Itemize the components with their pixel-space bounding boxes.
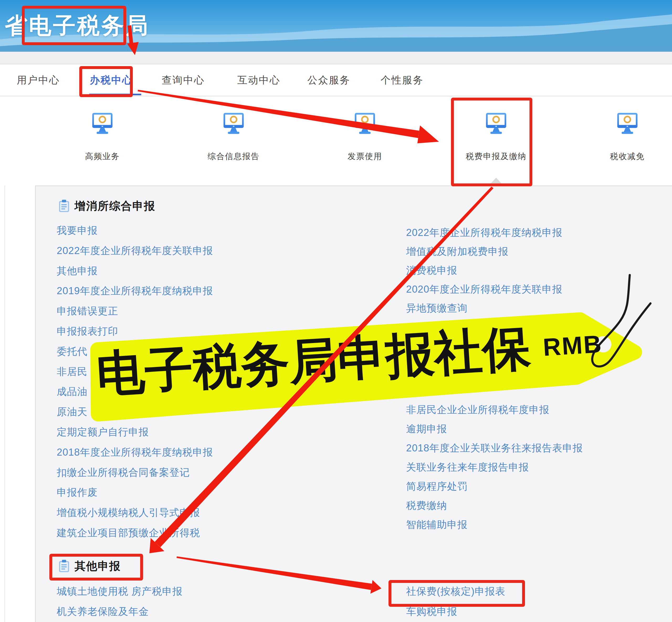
service-link[interactable]: 扣缴企业所得税合同备案登记 — [57, 462, 213, 483]
category-label: 综合信息报告 — [208, 151, 260, 162]
category-3[interactable]: 发票使用 — [323, 111, 407, 162]
service-link[interactable]: 消费税申报 — [406, 261, 563, 280]
service-link[interactable]: 非居民 — [57, 361, 213, 382]
service-link[interactable]: 2018年度企业关联业务往来报告表申报 — [406, 439, 583, 458]
service-link[interactable]: 智能辅助申报 — [406, 515, 583, 534]
monitor-icon — [614, 111, 641, 138]
monitor-icon — [89, 111, 116, 138]
service-link[interactable]: 2022年度企业所得税年度纳税申报 — [406, 223, 563, 242]
monitor-icon — [351, 111, 378, 138]
section-title: 其他申报 — [74, 559, 121, 574]
service-link[interactable]: 申报错误更正 — [57, 301, 213, 321]
logo-region-prefix: 省 — [5, 13, 29, 38]
service-link[interactable]: 非居民企业企业所得税年度申报 — [406, 400, 583, 419]
service-link[interactable]: 定期定额户自行申报 — [57, 422, 213, 442]
nav-tab-1[interactable]: 用户中心 — [17, 64, 60, 96]
logo-title: 电子税务局 — [29, 13, 149, 38]
section1-right-links-bottom: 非居民企业企业所得税年度申报逾期申报2018年度企业关联业务往来报告表申报关联业… — [406, 400, 583, 534]
service-link[interactable]: 委托代 — [57, 341, 213, 361]
service-link[interactable]: 申报作废 — [57, 482, 213, 503]
category-label: 税收减免 — [610, 151, 645, 162]
category-label: 高频业务 — [85, 151, 120, 162]
main-nav: 用户中心办税中心查询中心互动中心公众服务个性服务 — [0, 64, 672, 96]
nav-tab-3[interactable]: 查询中心 — [162, 64, 205, 96]
service-link[interactable]: 车购税申报 — [406, 601, 505, 622]
category-label: 税费申报及缴纳 — [466, 151, 527, 162]
service-link[interactable]: 成品油 — [57, 382, 213, 402]
section-title: 增消所综合申报 — [74, 199, 156, 213]
active-tab-underline — [89, 94, 141, 95]
service-link[interactable]: 机关养老保险及年金 — [57, 601, 183, 622]
section-header-zengxiaosuo: 增消所综合申报 — [59, 199, 156, 213]
service-link[interactable]: 2022年度企业所得税年度关联申报 — [57, 241, 213, 261]
category-4[interactable]: 税费申报及缴纳 — [454, 111, 538, 162]
nav-tab-2[interactable]: 办税中心 — [90, 64, 133, 96]
section2-right-links: 社保费(按核定)申报表车购税申报 — [406, 581, 505, 622]
section2-left-links: 城镇土地使用税 房产税申报机关养老保险及年金 — [57, 581, 183, 622]
nav-tab-6[interactable]: 个性服务 — [381, 64, 424, 96]
service-link[interactable]: 逾期申报 — [406, 419, 583, 439]
category-label: 发票使用 — [347, 151, 382, 162]
monitor-icon — [220, 111, 247, 138]
service-link[interactable]: 建筑企业项目部预缴企业所得税 — [57, 523, 213, 543]
service-link[interactable]: 原油天 — [57, 402, 213, 422]
service-link[interactable]: 关联业务往来年度报告申报 — [406, 458, 583, 477]
category-5[interactable]: 税收减免 — [585, 111, 669, 162]
service-link[interactable]: 城镇土地使用税 房产税申报 — [57, 581, 183, 601]
service-link[interactable]: 申报报表打印 — [57, 321, 213, 341]
nav-tab-5[interactable]: 公众服务 — [307, 64, 350, 96]
service-link[interactable]: 社保费(按核定)申报表 — [406, 581, 505, 601]
service-link[interactable]: 2018年度企业所得税年度纳税申报 — [57, 442, 213, 462]
section-header-other: 其他申报 — [59, 559, 121, 574]
category-2[interactable]: 综合信息报告 — [192, 111, 276, 162]
nav-tab-4[interactable]: 互动中心 — [237, 64, 280, 96]
service-link[interactable]: 增值税及附加税费申报 — [406, 242, 563, 261]
clipboard-icon — [59, 560, 69, 573]
panel-caret — [489, 178, 503, 185]
monitor-icon — [482, 111, 510, 138]
tax-declare-panel: 增消所综合申报 我要申报2022年度企业所得税年度关联申报其他申报2019年度企… — [35, 185, 672, 622]
site-logo: 省电子税务局 — [5, 10, 149, 41]
service-link[interactable]: 简易程序处罚 — [406, 477, 583, 496]
service-link[interactable]: 其他申报 — [57, 261, 213, 281]
service-link[interactable]: 我要申报 — [57, 220, 213, 241]
service-link[interactable]: 2019年度企业所得税年度纳税申报 — [57, 281, 213, 301]
service-link[interactable]: 异地预缴查询 — [406, 299, 563, 317]
section1-right-links-top: 2022年度企业所得税年度纳税申报增值税及附加税费申报消费税申报2020年度企业… — [406, 223, 563, 317]
service-link[interactable]: 税费缴纳 — [406, 496, 583, 515]
service-link[interactable]: 增值税小规模纳税人引导式申报 — [57, 503, 213, 523]
section1-left-links: 我要申报2022年度企业所得税年度关联申报其他申报2019年度企业所得税年度纳税… — [57, 220, 213, 543]
service-link[interactable]: 2020年度企业所得税年度关联申报 — [406, 280, 563, 299]
header-banner: 省电子税务局 — [0, 0, 672, 52]
category-row: 高频业务综合信息报告发票使用税费申报及缴纳税收减免 — [0, 95, 672, 185]
clipboard-icon — [59, 200, 69, 212]
category-1[interactable]: 高频业务 — [60, 111, 144, 162]
header-sub-strip — [0, 52, 672, 64]
